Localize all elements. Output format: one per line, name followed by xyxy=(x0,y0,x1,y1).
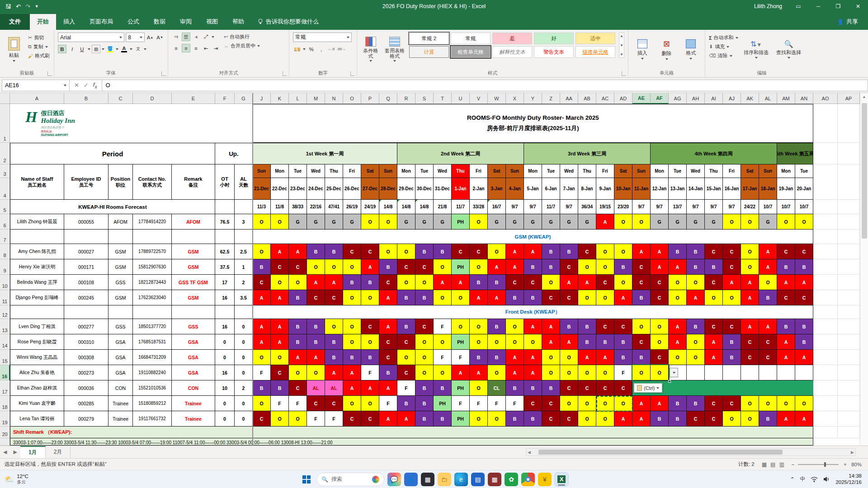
cell[interactable] xyxy=(813,214,838,230)
column-header-T[interactable]: T xyxy=(434,93,452,104)
roster-cell[interactable]: O xyxy=(253,214,271,230)
roster-cell[interactable]: F xyxy=(361,365,379,380)
file-explorer-icon[interactable]: 🗀 xyxy=(438,473,451,486)
autosum-button[interactable]: Σ自动求和 xyxy=(709,34,738,41)
active-cell-dropdown[interactable] xyxy=(670,368,678,377)
roster-cell[interactable]: C xyxy=(560,290,578,305)
style-neutral[interactable]: 适中 xyxy=(576,33,615,44)
row-header-3[interactable]: 3 xyxy=(0,164,10,178)
save-icon[interactable]: 🖫 xyxy=(5,3,11,10)
forecast-cell[interactable]: 16/7 xyxy=(488,200,506,214)
roster-cell[interactable]: O xyxy=(578,396,596,411)
vertical-scrollbar[interactable]: ▲ xyxy=(860,93,868,446)
cell[interactable] xyxy=(838,350,860,365)
roster-cell[interactable]: A xyxy=(759,244,777,259)
roster-cell[interactable]: C xyxy=(379,350,397,365)
ot-cell[interactable]: 0 xyxy=(215,411,235,427)
roster-cell[interactable]: B xyxy=(542,380,560,396)
position-cell[interactable]: GSA xyxy=(108,350,133,365)
roster-cell[interactable]: A xyxy=(361,259,379,275)
forecast-cell[interactable]: 9/7 xyxy=(524,200,542,214)
roster-cell[interactable]: A xyxy=(741,290,759,305)
al-cell[interactable]: 0 xyxy=(235,365,253,380)
roster-cell[interactable]: O xyxy=(777,214,795,230)
paste-button[interactable]: 粘贴 xyxy=(4,33,24,66)
column-header-AN[interactable]: AN xyxy=(795,93,813,104)
zoom-level[interactable]: 80% xyxy=(851,462,862,467)
roster-cell[interactable]: C xyxy=(777,290,795,305)
roster-cell[interactable]: O xyxy=(596,411,614,427)
roster-cell[interactable] xyxy=(795,365,813,380)
roster-cell[interactable]: O xyxy=(687,334,705,350)
al-cell[interactable]: 0 xyxy=(235,411,253,427)
roster-cell[interactable]: C xyxy=(723,259,741,275)
roster-cell[interactable]: F xyxy=(488,396,506,411)
column-header-Z[interactable]: Z xyxy=(542,93,560,104)
remark-cell[interactable]: GSA xyxy=(172,365,215,380)
find-select-button[interactable]: 🔍 查找和选择 xyxy=(774,33,803,66)
row-header-11[interactable]: 11 xyxy=(0,290,10,305)
number-format-combo[interactable]: 常规 xyxy=(293,33,352,42)
roster-cell[interactable]: O xyxy=(506,319,524,334)
staff-name-cell[interactable]: Rose Peng 彭晓霞 xyxy=(10,334,64,350)
roster-cell[interactable]: A xyxy=(253,319,271,334)
style-bad[interactable]: 差 xyxy=(492,33,532,44)
align-center-icon[interactable]: ≡ xyxy=(182,44,190,52)
ot-cell[interactable]: 0 xyxy=(215,350,235,365)
cell[interactable] xyxy=(813,334,838,350)
ot-cell[interactable]: 17 xyxy=(215,275,235,290)
roster-cell[interactable]: O xyxy=(705,290,723,305)
roster-cell[interactable] xyxy=(705,365,723,380)
roster-cell[interactable]: B xyxy=(560,244,578,259)
roster-cell[interactable]: C xyxy=(289,380,307,396)
roster-cell[interactable]: B xyxy=(325,244,343,259)
cell[interactable] xyxy=(838,334,860,350)
format-as-table-button[interactable]: 套用表格格式 xyxy=(384,33,406,66)
roster-cell[interactable]: O xyxy=(651,334,669,350)
roster-cell[interactable]: C xyxy=(705,319,723,334)
scroll-right-icon[interactable]: ▶ xyxy=(849,450,855,455)
roster-cell[interactable]: B xyxy=(614,334,632,350)
roster-cell[interactable]: A xyxy=(379,290,397,305)
roster-cell[interactable]: O xyxy=(723,290,741,305)
staff-name-cell[interactable]: Django Peng 彭瑞峰 xyxy=(10,290,64,305)
roster-cell[interactable]: C xyxy=(343,411,361,427)
roster-cell[interactable]: O xyxy=(560,365,578,380)
roster-cell[interactable]: O xyxy=(397,275,415,290)
row-header-7[interactable]: 7 xyxy=(0,230,10,244)
roster-cell[interactable]: O xyxy=(271,411,289,427)
row-header-8[interactable]: 8 xyxy=(0,244,10,259)
roster-cell[interactable]: C xyxy=(379,275,397,290)
cell[interactable] xyxy=(838,290,860,305)
position-cell[interactable]: CON xyxy=(108,380,133,396)
roster-cell[interactable]: B xyxy=(687,396,705,411)
column-header-A[interactable]: A xyxy=(10,93,64,104)
start-button[interactable] xyxy=(300,473,313,486)
staff-name-cell[interactable]: Lven Ding 丁相淇 xyxy=(10,319,64,334)
roster-cell[interactable]: C xyxy=(470,244,488,259)
roster-cell[interactable]: B xyxy=(361,275,379,290)
roster-cell[interactable]: B xyxy=(651,411,669,427)
roster-cell[interactable]: F xyxy=(452,350,470,365)
row-header-14[interactable]: 14 xyxy=(0,334,10,350)
roster-cell[interactable]: B xyxy=(415,396,434,411)
roster-cell[interactable]: B xyxy=(759,290,777,305)
cell[interactable] xyxy=(838,230,860,244)
column-header-AK[interactable]: AK xyxy=(741,93,759,104)
roster-cell[interactable]: B xyxy=(542,244,560,259)
select-all-corner[interactable] xyxy=(0,93,10,104)
roster-cell[interactable]: O xyxy=(488,365,506,380)
column-header-U[interactable]: U xyxy=(452,93,470,104)
remark-cell[interactable]: GSM xyxy=(172,259,215,275)
calculator-app-icon[interactable]: ▦ xyxy=(488,473,501,486)
employee-id-cell[interactable]: 000055 xyxy=(64,214,108,230)
roster-cell[interactable]: B xyxy=(777,259,795,275)
volume-icon[interactable] xyxy=(823,476,830,482)
ot-cell[interactable]: 0 xyxy=(215,334,235,350)
roster-cell[interactable]: O xyxy=(470,259,488,275)
ot-cell[interactable]: 10 xyxy=(215,380,235,396)
cell[interactable] xyxy=(838,164,860,200)
cell[interactable] xyxy=(838,200,860,214)
spreadsheet-grid[interactable]: ABCDEFGJKLMNOPQRSTUVWXYZAAABACADAEAFAGAH… xyxy=(0,93,860,446)
roster-cell[interactable]: B xyxy=(343,275,361,290)
